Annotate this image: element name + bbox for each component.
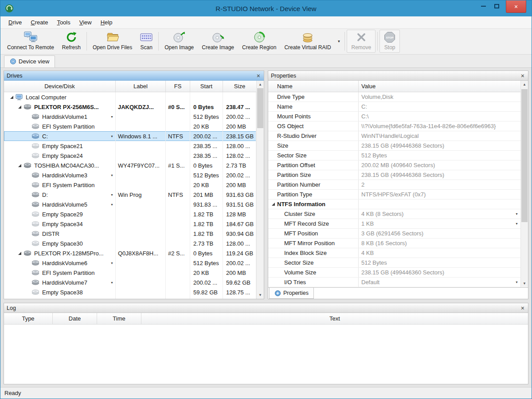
cell-label bbox=[116, 258, 166, 268]
value-dropdown-icon[interactable]: ▼ bbox=[513, 281, 520, 284]
property-name-text: Volume Size bbox=[284, 269, 316, 276]
create-region-button[interactable]: Create Region bbox=[238, 30, 280, 52]
scroll-down-icon[interactable]: ▼ bbox=[257, 291, 264, 299]
drives-scroll-thumb[interactable] bbox=[257, 88, 263, 128]
cell-fs: NTFS bbox=[166, 131, 190, 141]
expand-arrow-icon[interactable] bbox=[18, 106, 21, 109]
drive-row[interactable]: HarddiskVolume3▼512 Bytes200.02 ... bbox=[4, 170, 256, 180]
volume-dropdown-icon[interactable]: ▼ bbox=[109, 203, 115, 206]
cell-label bbox=[116, 151, 166, 160]
value-dropdown-icon[interactable]: ▼ bbox=[513, 222, 520, 225]
properties-tab[interactable]: Properties bbox=[269, 288, 314, 299]
computer-icon bbox=[16, 94, 23, 100]
menu-item-view[interactable]: View bbox=[75, 17, 96, 27]
drive-row[interactable]: PLEXTOR PX-128M5Pro...Q0J8X8AF8H...#2 S.… bbox=[4, 248, 256, 258]
scroll-up-icon[interactable]: ▲ bbox=[257, 81, 264, 88]
connect-to-remote-button[interactable]: Connect To Remote bbox=[3, 30, 58, 52]
drive-row[interactable]: Local Computer bbox=[4, 92, 256, 102]
drives-column-header-fs[interactable]: FS bbox=[166, 81, 190, 92]
drives-column-header-label[interactable]: Label bbox=[116, 81, 166, 92]
properties-scroll-thumb[interactable] bbox=[521, 89, 528, 222]
property-name: Sector Size bbox=[268, 151, 359, 160]
volume-dropdown-icon[interactable]: ▼ bbox=[109, 174, 115, 177]
cell-size: 931.63 GB bbox=[223, 190, 256, 200]
scroll-up-icon[interactable]: ▲ bbox=[521, 81, 528, 88]
expand-arrow-icon[interactable] bbox=[18, 252, 21, 255]
minimize-button[interactable] bbox=[477, 0, 490, 12]
menu-item-tools[interactable]: Tools bbox=[52, 17, 74, 27]
properties-scroll-track[interactable] bbox=[521, 88, 528, 280]
menu-item-create[interactable]: Create bbox=[26, 17, 52, 27]
expand-arrow-icon[interactable] bbox=[272, 203, 275, 206]
expand-arrow-icon[interactable] bbox=[18, 164, 21, 167]
log-column-header-time[interactable]: Time bbox=[97, 313, 141, 324]
create-virtual-raid-dropdown-icon[interactable]: ▼ bbox=[335, 39, 343, 43]
volume-dropdown-icon[interactable]: ▼ bbox=[109, 193, 115, 196]
drive-row[interactable]: HarddiskVolume5▼931.83 ...931.51 GB bbox=[4, 200, 256, 209]
expand-arrow-icon[interactable] bbox=[10, 96, 13, 99]
cell-text: JAKQKDZJ... bbox=[118, 104, 154, 110]
cell-text: 200.02 ... bbox=[226, 172, 250, 179]
properties-column-header-name[interactable]: Name bbox=[268, 81, 359, 92]
property-row[interactable]: Cluster Size4 KB (8 Sectors)▼ bbox=[268, 209, 520, 219]
drive-row[interactable]: Empty Space341.82 TB184.67 GB bbox=[4, 219, 256, 229]
drives-scroll-track[interactable] bbox=[257, 88, 264, 291]
volume-dropdown-icon[interactable]: ▼ bbox=[109, 281, 115, 284]
drives-column-header-size[interactable]: Size bbox=[223, 81, 256, 92]
property-value: 238.15 GB (499446360 Sectors) bbox=[359, 268, 520, 277]
drive-row[interactable]: Empty Space24238.35 ...128.02 ... bbox=[4, 151, 256, 160]
open-image-button[interactable]: Open Image bbox=[160, 30, 198, 52]
properties-scrollbar[interactable]: ▲ ▼ bbox=[520, 81, 528, 287]
volume-dropdown-icon[interactable]: ▼ bbox=[109, 135, 115, 138]
drive-row[interactable]: HarddiskVolume1▼512 Bytes200.02 ... bbox=[4, 112, 256, 121]
drives-scrollbar[interactable]: ▲ ▼ bbox=[256, 81, 264, 299]
cell-device: PLEXTOR PX-128M5Pro... bbox=[4, 248, 116, 258]
tab-device-view[interactable]: Device view bbox=[4, 55, 55, 67]
log-column-header-date[interactable]: Date bbox=[53, 313, 97, 324]
drive-row[interactable]: EFI System Partition20 KB200 MB bbox=[4, 180, 256, 190]
log-column-header-type[interactable]: Type bbox=[4, 313, 53, 324]
cell-fs bbox=[166, 141, 190, 151]
volume-dropdown-icon[interactable]: ▼ bbox=[109, 262, 115, 265]
property-row[interactable]: MFT Record Size1 KB▼ bbox=[268, 219, 520, 229]
drive-row[interactable]: TOSHIBA MC04ACA30...WY47F9YC07...#1 S...… bbox=[4, 160, 256, 170]
drive-row[interactable]: HarddiskVolume7▼200.02 ...59.62 GB bbox=[4, 278, 256, 287]
properties-column-header-value[interactable]: Value bbox=[359, 81, 520, 92]
drive-row[interactable]: Empty Space291.82 TB128 MB bbox=[4, 209, 256, 219]
cell-start: 238.35 ... bbox=[190, 151, 223, 160]
drive-row[interactable]: D:▼Win ProgNTFS201 MB931.63 GB bbox=[4, 190, 256, 200]
drive-row[interactable]: DISTR1.82 TB930.94 GB bbox=[4, 229, 256, 239]
volume-dropdown-icon[interactable]: ▼ bbox=[109, 115, 115, 118]
drive-row[interactable]: Empty Space3859.82 GB128.75 ... bbox=[4, 287, 256, 297]
drive-row[interactable]: Empty Space302.73 TB128.00 ... bbox=[4, 239, 256, 248]
drive-row[interactable]: PLEXTOR PX-256M6S...JAKQKDZJ...#0 S...0 … bbox=[4, 102, 256, 112]
properties-tab-label: Properties bbox=[283, 290, 309, 296]
menu-item-help[interactable]: Help bbox=[96, 17, 117, 27]
device-name: TOSHIBA MC04ACA30... bbox=[34, 162, 99, 169]
close-button[interactable]: × bbox=[506, 0, 526, 13]
property-row[interactable]: I/O TriesDefault▼ bbox=[268, 278, 520, 287]
properties-panel-close-icon[interactable]: × bbox=[520, 73, 525, 79]
drive-row[interactable]: HarddiskVolume6▼512 Bytes200.02 ... bbox=[4, 258, 256, 268]
maximize-button[interactable] bbox=[490, 0, 503, 12]
drives-column-header-start[interactable]: Start bbox=[190, 81, 223, 92]
cell-start: 0 Bytes bbox=[190, 160, 223, 170]
cell-label bbox=[116, 200, 166, 209]
drive-row[interactable]: EFI System Partition20 KB200 MB bbox=[4, 268, 256, 278]
refresh-button[interactable]: Refresh bbox=[58, 30, 85, 52]
drives-panel-close-icon[interactable]: × bbox=[256, 73, 261, 79]
menu-item-drive[interactable]: Drive bbox=[4, 17, 26, 27]
scan-button[interactable]: Scan bbox=[136, 30, 156, 52]
create-virtual-raid-button[interactable]: Create Virtual RAID bbox=[280, 30, 335, 52]
log-column-header-text[interactable]: Text bbox=[141, 313, 528, 324]
scroll-down-icon[interactable]: ▼ bbox=[521, 280, 528, 287]
create-image-button[interactable]: Create Image bbox=[198, 30, 238, 52]
drive-row[interactable]: EFI System Partition20 KB200 MB bbox=[4, 121, 256, 131]
drive-row[interactable]: C:▼Windows 8.1 ...NTFS200.02 ...238.15 G… bbox=[4, 131, 256, 141]
open-drive-files-button[interactable]: Open Drive Files bbox=[89, 30, 136, 52]
drive-row[interactable]: Empty Space21238.35 ...128.00 ... bbox=[4, 141, 256, 151]
cell-text: 2.73 TB bbox=[226, 162, 246, 169]
value-dropdown-icon[interactable]: ▼ bbox=[513, 212, 520, 215]
drives-column-header-device-disk[interactable]: Device/Disk bbox=[4, 81, 116, 92]
log-panel-close-icon[interactable]: × bbox=[520, 305, 525, 311]
